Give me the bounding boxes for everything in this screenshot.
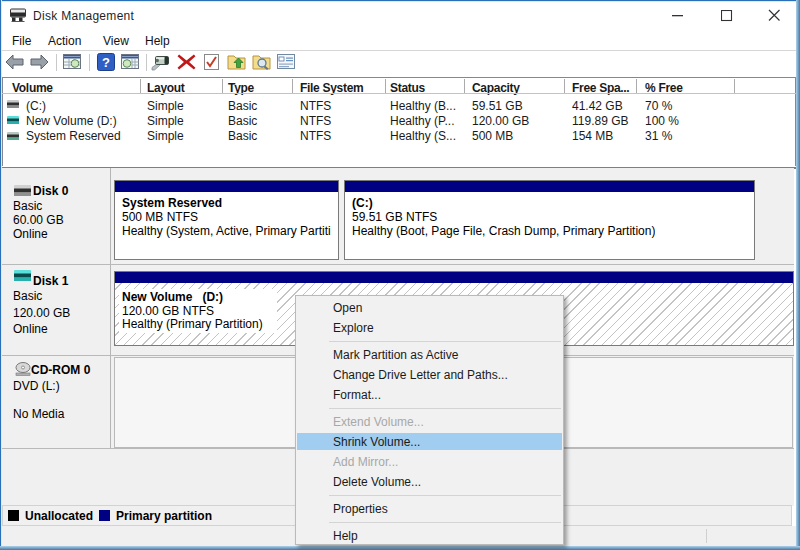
svg-text:?: ? [102,55,110,70]
